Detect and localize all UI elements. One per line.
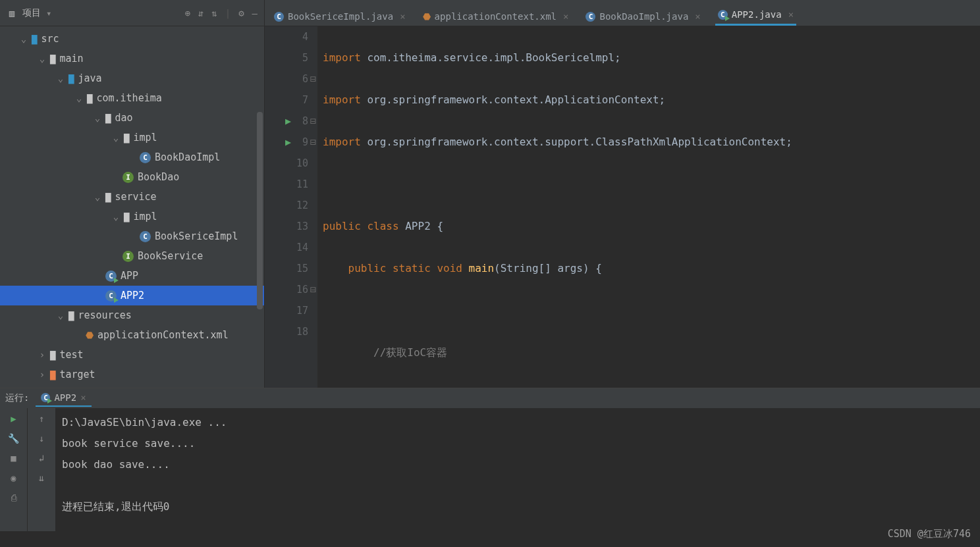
tree-node-pkg[interactable]: ⌄▇com.itheima (0, 88, 264, 108)
tab-booksericeimpl[interactable]: CBookSericeImpl.java× (271, 7, 408, 26)
down-icon[interactable]: ↓ (39, 433, 44, 444)
run-panel: 运行: C APP2 × ▶ 🔧 ■ ◉ ⎙ ↑ ↓ ↲ ⇊ D:\JavaSE… (0, 388, 980, 531)
tree-node-booksericeimpl[interactable]: CBookSericeImpl (0, 226, 264, 246)
tree-node-main[interactable]: ⌄▇main (0, 49, 264, 68)
tree-node-dao-impl[interactable]: ⌄▇impl (0, 128, 264, 147)
close-icon[interactable]: × (80, 392, 86, 403)
dropdown-icon[interactable]: ▾ (46, 8, 51, 18)
run-line-icon[interactable]: ▶ (285, 111, 291, 132)
project-panel-title: 项目 (22, 7, 41, 19)
close-icon[interactable]: × (563, 11, 568, 22)
print-icon[interactable]: ⎙ (11, 492, 16, 503)
tree-node-app[interactable]: CAPP (0, 266, 264, 286)
minimize-icon[interactable]: — (252, 8, 258, 18)
tree-node-bookservice[interactable]: IBookService (0, 246, 264, 266)
project-panel-header: ▥ 项目 ▾ ⊕ ⇵ ⇅ | ⚙ — (0, 0, 264, 26)
run-line-icon[interactable]: ▶ (285, 132, 291, 153)
tree-node-target[interactable]: ›▇target (0, 365, 264, 384)
tree-node-svc-impl[interactable]: ⌄▇impl (0, 207, 264, 226)
tree-node-app2[interactable]: CAPP2 (0, 286, 264, 305)
tree-node-src[interactable]: ⌄▇src (0, 29, 264, 49)
collapse-icon[interactable]: ⇅ (211, 8, 217, 18)
project-icon: ▥ (7, 8, 17, 18)
camera-icon[interactable]: ◉ (11, 473, 16, 483)
project-panel: ▥ 项目 ▾ ⊕ ⇵ ⇅ | ⚙ — ⌄▇src ⌄▇main ⌄▇java ⌄… (0, 0, 265, 388)
tab-bookdaoimpl[interactable]: CBookDaoImpl.java× (583, 7, 703, 26)
editor: CBookSericeImpl.java× ⬣applicationContex… (265, 0, 980, 388)
stop-icon[interactable]: ■ (11, 453, 16, 463)
editor-gutter: 456⊟7 8▶⊟ 9▶⊟ 101112131415 16⊟1718 (265, 26, 317, 388)
watermark: CSDN @红豆冰746 (888, 528, 971, 540)
tree-node-java[interactable]: ⌄▇java (0, 68, 264, 88)
console-output[interactable]: D:\JavaSE\bin\java.exe ... book service … (55, 408, 980, 531)
scrollbar[interactable] (257, 112, 263, 309)
editor-tabs: CBookSericeImpl.java× ⬣applicationContex… (265, 0, 980, 26)
wrench-icon[interactable]: 🔧 (8, 433, 19, 444)
tree-node-test[interactable]: ›▇test (0, 345, 264, 365)
tree-node-bookdao[interactable]: IBookDao (0, 167, 264, 187)
scroll-icon[interactable]: ⇊ (39, 473, 44, 483)
tree-node-bookdaoimpl[interactable]: CBookDaoImpl (0, 147, 264, 167)
tree-node-service[interactable]: ⌄▇service (0, 187, 264, 207)
tree-node-appctx[interactable]: ⬣applicationContext.xml (0, 325, 264, 345)
code-editor[interactable]: import com.itheima.service.impl.BookSeri… (317, 26, 980, 388)
expand-icon[interactable]: ⇵ (198, 8, 204, 18)
close-icon[interactable]: × (400, 11, 405, 22)
tree-node-resources[interactable]: ⌄▇resources (0, 305, 264, 325)
wrap-icon[interactable]: ↲ (39, 453, 44, 463)
tab-appcontext[interactable]: ⬣applicationContext.xml× (420, 7, 572, 26)
tab-app2[interactable]: CAPP2.java× (715, 5, 796, 26)
up-icon[interactable]: ↑ (39, 413, 44, 424)
project-tree[interactable]: ⌄▇src ⌄▇main ⌄▇java ⌄▇com.itheima ⌄▇dao … (0, 26, 264, 388)
gear-icon[interactable]: ⚙ (238, 8, 244, 18)
run-toolbar-left: ▶ 🔧 ■ ◉ ⎙ (0, 408, 28, 531)
close-icon[interactable]: × (788, 9, 794, 20)
close-icon[interactable]: × (695, 11, 700, 22)
tree-node-dao[interactable]: ⌄▇dao (0, 108, 264, 128)
run-icon[interactable]: ▶ (11, 413, 16, 424)
run-toolbar-left2: ↑ ↓ ↲ ⇊ (28, 408, 55, 531)
run-tab-app2[interactable]: C APP2 × (36, 390, 91, 407)
locate-icon[interactable]: ⊕ (184, 8, 190, 18)
run-panel-title: 运行: (5, 392, 29, 404)
